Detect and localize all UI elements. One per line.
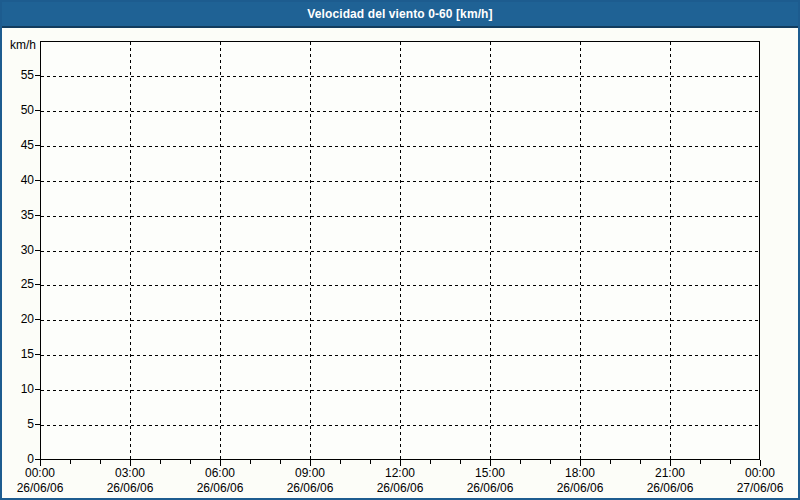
x-axis-tick [640,460,641,464]
x-tick-date-label: 26/06/06 [5,482,75,495]
x-axis-tick [490,460,491,466]
x-axis-tick [430,460,431,464]
x-axis-tick [130,460,131,466]
x-axis-tick [370,460,371,464]
x-tick-date-label: 26/06/06 [365,482,435,495]
y-tick-label: 15 [2,347,34,361]
x-axis-tick [730,460,731,464]
x-axis-tick [310,460,311,466]
y-tick-label: 55 [2,68,34,82]
x-axis-tick [250,460,251,464]
y-tick-label: 30 [2,243,34,257]
y-tick-label: 45 [2,138,34,152]
x-axis-tick [100,460,101,464]
chart-window: Velocidad del viento 0-60 [km/h] km/h 05… [0,0,800,500]
x-tick-time-label: 00:00 [5,467,75,480]
gridline-vertical [400,42,401,459]
x-axis-tick [40,460,41,466]
gridline-vertical [310,42,311,459]
x-tick-date-label: 26/06/06 [635,482,705,495]
x-axis-tick [550,460,551,464]
gridline-vertical [490,42,491,459]
x-axis-tick [160,460,161,464]
y-tick-label: 40 [2,173,34,187]
y-axis-unit-label: km/h [2,38,36,52]
x-axis-tick [670,460,671,466]
x-axis-tick [700,460,701,464]
x-axis-tick [760,460,761,466]
x-axis-tick [190,460,191,464]
y-tick-label: 50 [2,103,34,117]
x-tick-time-label: 18:00 [545,467,615,480]
x-tick-time-label: 09:00 [275,467,345,480]
x-tick-time-label: 12:00 [365,467,435,480]
x-axis-tick [520,460,521,464]
x-axis-tick [580,460,581,466]
x-axis-tick [280,460,281,464]
x-axis-tick [400,460,401,466]
y-tick-label: 10 [2,382,34,396]
x-axis-tick [70,460,71,464]
x-tick-date-label: 26/06/06 [455,482,525,495]
x-tick-date-label: 26/06/06 [275,482,345,495]
y-tick-label: 35 [2,208,34,222]
x-tick-date-label: 27/06/06 [725,482,795,495]
gridline-vertical [130,42,131,459]
gridline-vertical [220,42,221,459]
x-tick-date-label: 26/06/06 [185,482,255,495]
y-tick-label: 20 [2,312,34,326]
chart-title: Velocidad del viento 0-60 [km/h] [307,7,492,21]
x-tick-date-label: 26/06/06 [545,482,615,495]
x-tick-time-label: 03:00 [95,467,165,480]
x-tick-time-label: 06:00 [185,467,255,480]
x-tick-time-label: 15:00 [455,467,525,480]
x-tick-time-label: 00:00 [725,467,795,480]
x-tick-date-label: 26/06/06 [95,482,165,495]
plot-area [40,41,760,460]
y-tick-label: 25 [2,277,34,291]
chart-title-bar: Velocidad del viento 0-60 [km/h] [2,2,798,28]
y-tick-label: 5 [2,417,34,431]
x-axis-tick [610,460,611,464]
y-tick-label: 0 [2,452,34,466]
x-axis-tick [220,460,221,466]
gridline-vertical [670,42,671,459]
x-axis-tick [460,460,461,464]
x-axis-tick [340,460,341,464]
gridline-vertical [580,42,581,459]
x-tick-time-label: 21:00 [635,467,705,480]
